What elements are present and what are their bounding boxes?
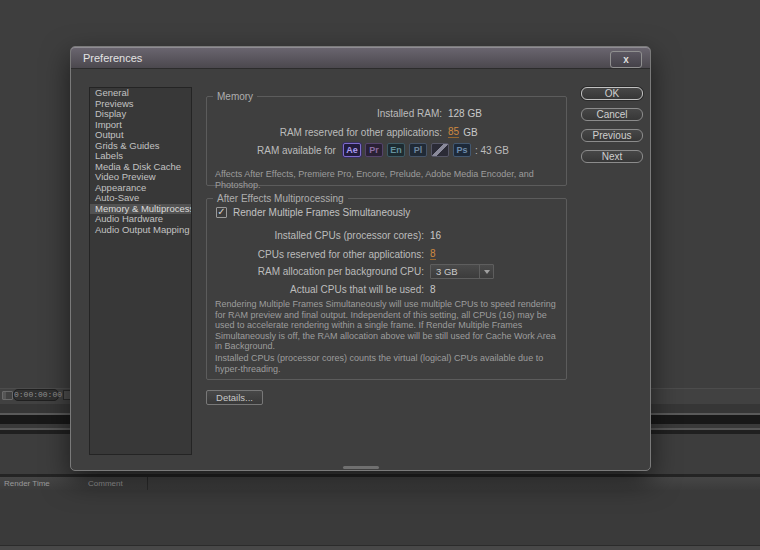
sidebar-item-appearance[interactable]: Appearance <box>90 183 191 194</box>
ram-available-label: RAM available for <box>257 145 336 156</box>
sidebar-item-import[interactable]: Import <box>90 120 191 131</box>
memory-group-title: Memory <box>213 91 257 102</box>
actual-cpus-value: 8 <box>430 284 436 295</box>
column-separator <box>147 477 148 490</box>
render-multiple-frames-row: ✓ Render Multiple Frames Simultaneously <box>216 207 410 218</box>
chevron-down-icon <box>484 270 490 274</box>
reserved-cpus-row: CPUs reserved for other applications: 8 <box>214 248 436 260</box>
sidebar-item-audio-hardware[interactable]: Audio Hardware <box>90 214 191 225</box>
sidebar-item-memory-multiprocessing[interactable]: Memory & Multiprocessing <box>90 204 191 215</box>
ram-allocation-dropdown[interactable]: 3 GB <box>430 264 494 279</box>
comment-column-header: Comment <box>88 479 123 488</box>
actual-cpus-row: Actual CPUs that will be used: 8 <box>214 284 436 295</box>
current-timecode[interactable]: 0:00:00:00 <box>13 389 59 401</box>
render-multiple-frames-label: Render Multiple Frames Simultaneously <box>233 207 410 218</box>
cancel-button[interactable]: Cancel <box>581 108 643 121</box>
render-queue-footer-band <box>0 545 760 550</box>
photoshop-icon: Ps <box>453 143 471 157</box>
installed-ram-value: 128 GB <box>448 108 482 119</box>
sidebar-item-display[interactable]: Display <box>90 109 191 120</box>
installed-ram-row: Installed RAM: 128 GB <box>214 108 482 119</box>
multiprocessing-group: After Effects Multiprocessing ✓ Render M… <box>206 198 567 380</box>
dropdown-arrow-button[interactable] <box>479 265 493 278</box>
ok-button[interactable]: OK <box>581 87 643 100</box>
details-button[interactable]: Details... <box>206 390 263 405</box>
ram-available-value: : 43 GB <box>475 145 509 156</box>
sidebar-item-media-disk-cache[interactable]: Media & Disk Cache <box>90 162 191 173</box>
dialog-titlebar[interactable]: Preferences x <box>71 47 650 69</box>
premiere-pro-icon: Pr <box>365 143 383 157</box>
render-multiple-frames-checkbox[interactable]: ✓ <box>216 207 227 218</box>
reserved-cpus-label: CPUs reserved for other applications: <box>214 249 424 260</box>
ram-allocation-selected-value: 3 GB <box>431 265 479 278</box>
sidebar-item-video-preview[interactable]: Video Preview <box>90 172 191 183</box>
sidebar-item-labels[interactable]: Labels <box>90 151 191 162</box>
sidebar-item-auto-save[interactable]: Auto-Save <box>90 193 191 204</box>
multiprocessing-description: Rendering Multiple Frames Simultaneously… <box>215 299 559 352</box>
sidebar-item-general[interactable]: General <box>90 88 191 99</box>
reserved-cpus-value[interactable]: 8 <box>430 248 436 260</box>
sidebar-item-output[interactable]: Output <box>90 130 191 141</box>
ram-allocation-row: RAM allocation per background CPU: 3 GB <box>214 264 494 279</box>
preferences-category-list: General Previews Display Import Output G… <box>89 87 192 455</box>
sidebar-item-audio-output-mapping[interactable]: Audio Output Mapping <box>90 225 191 236</box>
after-effects-icon: Ae <box>343 143 361 157</box>
previous-button[interactable]: Previous <box>581 129 643 142</box>
render-time-column-header: Render Time <box>4 479 50 488</box>
prelude-icon: Pl <box>409 143 427 157</box>
preferences-dialog: Preferences x General Previews Display I… <box>70 46 651 471</box>
ram-reserved-label: RAM reserved for other applications: <box>214 127 442 138</box>
installed-cpus-row: Installed CPUs (processor cores): 16 <box>214 230 441 241</box>
comp-mini-flowchart-icon[interactable] <box>2 391 13 400</box>
render-queue-body <box>0 490 760 545</box>
close-button[interactable]: x <box>610 51 642 68</box>
actual-cpus-label: Actual CPUs that will be used: <box>214 284 424 295</box>
next-button[interactable]: Next <box>581 150 643 163</box>
hyperthreading-note: Installed CPUs (processor cores) counts … <box>215 353 559 374</box>
media-encoder-icon <box>431 143 449 157</box>
ram-reserved-row: RAM reserved for other applications: 85 … <box>214 126 478 138</box>
affects-note: Affects After Effects, Premiere Pro, Enc… <box>215 169 559 190</box>
encore-icon: En <box>387 143 405 157</box>
installed-cpus-label: Installed CPUs (processor cores): <box>214 230 424 241</box>
ram-allocation-label: RAM allocation per background CPU: <box>214 266 424 277</box>
dialog-title: Preferences <box>83 52 142 64</box>
ram-reserved-suffix: GB <box>463 127 477 138</box>
installed-cpus-value: 16 <box>430 230 441 241</box>
multiprocessing-group-title: After Effects Multiprocessing <box>213 193 348 204</box>
ram-reserved-value[interactable]: 85 <box>448 126 459 138</box>
sidebar-item-grids-guides[interactable]: Grids & Guides <box>90 141 191 152</box>
app-icon-group: Ae Pr En Pl Ps <box>343 143 475 157</box>
installed-ram-label: Installed RAM: <box>214 108 442 119</box>
sidebar-item-previews[interactable]: Previews <box>90 99 191 110</box>
resize-grip[interactable] <box>343 466 379 469</box>
render-queue-header-row: Render Time Comment <box>0 477 760 491</box>
memory-group: Memory Installed RAM: 128 GB RAM reserve… <box>206 96 567 186</box>
ram-available-row: RAM available for Ae Pr En Pl Ps : 43 GB <box>214 143 509 157</box>
